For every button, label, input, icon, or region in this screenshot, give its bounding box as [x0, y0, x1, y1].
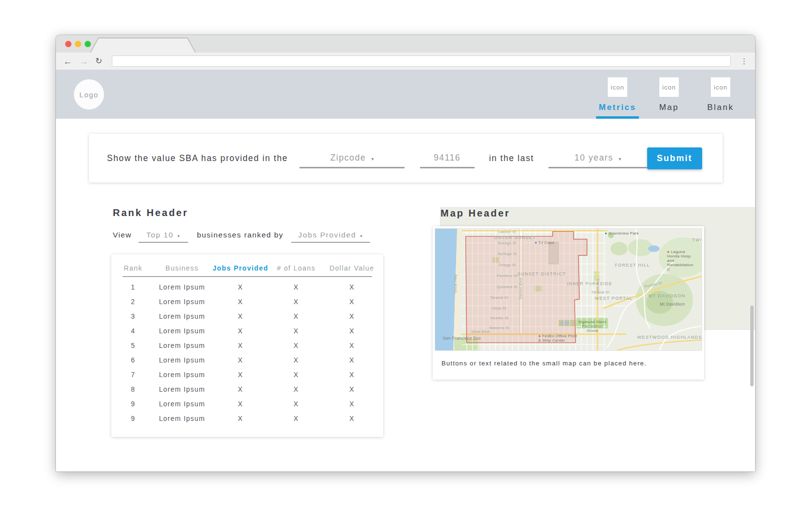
cell-rank: 7	[111, 371, 155, 379]
map-label: TJ Cups	[535, 240, 554, 244]
rank-section-title: Rank Header	[113, 207, 188, 218]
forward-icon[interactable]: →	[79, 57, 88, 66]
cell-rank: 9	[111, 415, 155, 422]
table-row: 2 Lorem Ipsum X X X	[111, 294, 383, 309]
cell-jobs-provided: X	[209, 385, 272, 393]
nav-label-blank: Blank	[707, 103, 734, 112]
view-label: View	[113, 231, 132, 239]
map-label: SUNSET DISTRICT	[517, 272, 566, 276]
chevron-down-icon: ▾	[360, 234, 363, 238]
cell-rank: 5	[111, 342, 155, 349]
top-count-dropdown[interactable]: Top 10 ▾	[139, 231, 188, 243]
column-header-jobs-provided[interactable]: Jobs Provided	[209, 264, 272, 272]
zipcode-input[interactable]	[420, 153, 475, 168]
geo-type-dropdown[interactable]: Zipcode ▾	[300, 153, 405, 168]
ranked-by-dropdown[interactable]: Jobs Provided ▾	[291, 231, 370, 243]
column-header-loans[interactable]: # of Loans	[272, 264, 321, 272]
nav-item-metrics[interactable]: icon Metrics	[592, 70, 643, 119]
metrics-icon: icon	[608, 77, 627, 97]
cell-jobs-provided: X	[209, 298, 272, 306]
map-card: OUTER SUNSETSUNSET DISTRICTINNER PARKSID…	[433, 226, 704, 380]
cell-rank: 6	[111, 356, 155, 364]
cell-loans: X	[272, 342, 321, 349]
map-label: MT DAVIDSON	[649, 293, 686, 298]
rank-view-controls: View Top 10 ▾ businesses ranked by Jobs …	[113, 231, 370, 243]
map-label: Ortega St	[498, 262, 516, 267]
screenshot-canvas: ← → ↻ ⋮ Logo icon Metrics icon Map	[0, 0, 812, 508]
chevron-down-icon: ▾	[618, 156, 621, 162]
blank-icon: icon	[711, 77, 730, 97]
column-header-dollar-value[interactable]: Dollar Value	[320, 264, 383, 272]
nav-item-blank[interactable]: icon Blank	[695, 70, 746, 119]
map-label: Laguna Honda Hosp and Rehabilitation C	[667, 250, 693, 272]
logo[interactable]: Logo	[74, 79, 104, 109]
nav-item-map[interactable]: icon Map	[643, 70, 695, 119]
cell-business: Lorem Ipsum	[155, 327, 209, 335]
map-caption: Buttons or text related to the small map…	[435, 351, 702, 375]
submit-button[interactable]: Submit	[647, 147, 702, 169]
table-row: 9 Lorem Ipsum X X X	[111, 411, 383, 426]
browser-tab[interactable]	[90, 37, 196, 53]
cell-dollar-value: X	[320, 298, 383, 306]
close-window-button[interactable]	[65, 41, 71, 47]
cell-rank: 2	[111, 298, 155, 306]
cell-jobs-provided: X	[209, 327, 272, 335]
logo-text: Logo	[79, 91, 98, 99]
map-label: Mt Davidson	[660, 302, 685, 307]
column-header-business[interactable]: Business	[155, 264, 209, 272]
cell-business: Lorem Ipsum	[155, 342, 209, 349]
icon-placeholder-text: icon	[714, 84, 727, 91]
icon-placeholder-text: icon	[611, 84, 624, 91]
cell-business: Lorem Ipsum	[155, 283, 209, 291]
table-body: 1 Lorem Ipsum X X X 2 Lorem Ipsum X X X	[111, 277, 383, 426]
cell-jobs-provided: X	[209, 400, 272, 408]
table-row: 8 Lorem Ipsum X X X	[111, 382, 383, 397]
map-label: INNER PARKSIDE	[567, 281, 613, 286]
map-label: Vicente St	[490, 315, 508, 320]
cell-business: Lorem Ipsum	[155, 371, 209, 379]
back-icon[interactable]: ←	[63, 57, 72, 66]
cell-loans: X	[272, 400, 321, 408]
nav-label-metrics: Metrics	[599, 103, 636, 112]
cell-rank: 8	[111, 385, 155, 393]
map-label: Lawton St	[498, 230, 516, 234]
cell-dollar-value: X	[320, 312, 383, 320]
cell-business: Lorem Ipsum	[155, 298, 209, 306]
column-header-rank[interactable]: Rank	[111, 264, 155, 272]
map-label: Pacheco St	[497, 273, 517, 278]
cell-dollar-value: X	[320, 356, 383, 364]
map-label: San Francisco Zoo	[443, 336, 481, 341]
map[interactable]: OUTER SUNSETSUNSET DISTRICTINNER PARKSID…	[435, 228, 702, 351]
refresh-icon[interactable]: ↻	[95, 57, 102, 65]
table-row: 5 Lorem Ipsum X X X	[111, 338, 383, 353]
cell-jobs-provided: X	[209, 371, 272, 379]
browser-toolbar: ← → ↻ ⋮	[56, 53, 755, 70]
cell-rank: 9	[111, 400, 155, 408]
table-header-row: Rank Business Jobs Provided # of Loans D…	[111, 254, 383, 272]
map-label: Ulloa St	[492, 306, 506, 310]
cell-dollar-value: X	[320, 400, 383, 408]
rank-table: Rank Business Jobs Provided # of Loans D…	[111, 254, 383, 437]
cell-jobs-provided: X	[209, 356, 272, 364]
map-icon: icon	[659, 77, 679, 97]
map-label: Moraga St	[498, 240, 516, 245]
map-label: TWIN	[692, 237, 702, 242]
time-period-dropdown[interactable]: 10 years ▾	[548, 153, 647, 168]
map-label: FedEx Office Print & Ship Center	[538, 334, 577, 343]
table-row: 9 Lorem Ipsum X X X	[111, 397, 383, 411]
cell-loans: X	[272, 327, 321, 335]
app-body: Show the value SBA has provided in the Z…	[56, 119, 755, 472]
scrollbar-thumb[interactable]	[750, 306, 754, 386]
map-label: Sigmund Stern Recreation Grove	[578, 320, 606, 333]
table-row: 1 Lorem Ipsum X X X	[111, 280, 383, 294]
map-labels-layer: OUTER SUNSETSUNSET DISTRICTINNER PARKSID…	[435, 229, 702, 350]
minimize-window-button[interactable]	[75, 41, 81, 47]
table-row: 7 Lorem Ipsum X X X	[111, 367, 383, 382]
url-bar[interactable]	[112, 55, 731, 67]
tab-face	[91, 38, 195, 53]
browser-menu-icon[interactable]: ⋮	[741, 57, 748, 66]
map-label: Sloat Blvd	[471, 329, 490, 334]
query-middle-text: in the last	[489, 153, 534, 163]
chevron-down-icon: ▾	[371, 156, 374, 162]
map-label: Noriega St	[497, 252, 516, 256]
